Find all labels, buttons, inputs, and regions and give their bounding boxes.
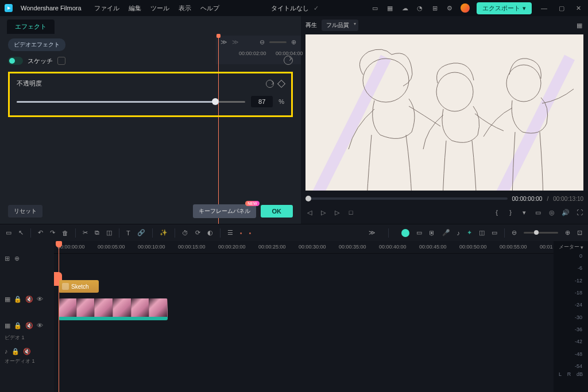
title-bar: Wondershare Filmora ファイル 編集 ツール 表示 ヘルプ タ… — [0, 0, 588, 16]
opacity-slider[interactable] — [17, 101, 245, 103]
menu-help[interactable]: ヘルプ — [200, 4, 219, 13]
ok-button[interactable]: OK — [261, 205, 293, 218]
prev-frame-icon[interactable]: ◁ — [305, 208, 314, 216]
chevron-down-icon[interactable]: ▾ — [520, 208, 528, 216]
total-time: 00:00:13:10 — [553, 196, 583, 202]
headphone-icon[interactable]: ◔ — [416, 4, 424, 12]
zoom-out-icon[interactable]: ⊖ — [512, 229, 517, 236]
current-time: 00:00:00:00 — [512, 196, 543, 202]
timeline-panel: ▭ ↖ ↶ ↷ 🗑 ✂ ⧉ ◫ T 🔗 ✨ ⏱ ⟳ ◐ ☰ • • ≫ ▭ ⛨ … — [0, 224, 588, 392]
zoom-fit-icon[interactable]: ⊡ — [577, 229, 582, 236]
crop-icon[interactable]: ⧉ — [95, 229, 99, 236]
dot1-icon[interactable]: • — [240, 230, 242, 236]
keyframe-diamond-icon[interactable] — [277, 79, 285, 87]
mark-in-icon[interactable]: { — [493, 208, 501, 216]
link-icon[interactable]: 🔗 — [137, 229, 145, 236]
apps-icon[interactable]: ⊞ — [431, 4, 439, 12]
stop-icon[interactable]: □ — [347, 208, 355, 216]
effect-preset-icon[interactable] — [57, 57, 65, 65]
opacity-value[interactable]: 87 — [251, 96, 273, 107]
audio-track-label: オーディオ 1 — [0, 358, 54, 365]
opacity-reset-icon[interactable] — [266, 80, 274, 88]
marker-icon[interactable]: ✦ — [467, 229, 472, 236]
wand-icon[interactable]: ✨ — [160, 229, 168, 236]
mini-zoom-in-icon[interactable]: ⊕ — [291, 38, 296, 46]
dot2-icon[interactable]: • — [249, 230, 252, 236]
mini-zoom-slider[interactable] — [269, 41, 287, 43]
timer-icon[interactable]: ⏱ — [182, 230, 188, 236]
zoom-slider[interactable] — [524, 232, 558, 234]
track-view1-icon[interactable]: ⊞ — [5, 255, 10, 263]
effect-toggle[interactable] — [8, 57, 23, 65]
track-view2-icon[interactable]: ⊕ — [14, 255, 20, 263]
playhead[interactable] — [59, 241, 59, 392]
keyframe-panel-button[interactable]: キーフレームパネル NEW — [193, 204, 256, 218]
monitor-icon[interactable]: ▭ — [371, 4, 379, 12]
color-icon[interactable]: ◐ — [207, 229, 213, 236]
fullscreen-icon[interactable]: ⛶ — [575, 208, 583, 216]
opacity-highlight: 不透明度 87 % — [8, 72, 293, 117]
effect-clip[interactable]: Sketch — [59, 280, 99, 293]
crop2-icon[interactable]: ◫ — [106, 229, 112, 236]
snapshot-icon[interactable]: ▦ — [575, 21, 583, 29]
display-icon[interactable]: ▭ — [534, 208, 542, 216]
speed-icon[interactable]: ⟳ — [195, 229, 200, 236]
mini-collapse-icon[interactable]: ≫ — [220, 38, 227, 46]
monitor2-icon[interactable]: ▭ — [492, 229, 497, 236]
mini-zoom-out-icon[interactable]: ⊖ — [260, 38, 265, 46]
zoom-in-icon[interactable]: ⊕ — [565, 229, 570, 236]
menu-tools[interactable]: ツール — [150, 4, 169, 13]
mini-expand-icon[interactable]: ≫ — [232, 38, 239, 46]
window-minimize[interactable]: — — [539, 5, 550, 11]
title-right: ▭ ▦ ☁ ◔ ⊞ ⚙ エクスポート▾ — ▢ ✕ — [371, 2, 583, 14]
main-menu: ファイル 編集 ツール 表示 ヘルプ — [94, 4, 219, 13]
ai-icon[interactable] — [401, 229, 409, 237]
expand2-icon[interactable]: ≫ — [369, 229, 376, 236]
mic-icon[interactable]: 🎤 — [442, 229, 450, 236]
snapshot2-icon[interactable]: ◎ — [548, 208, 556, 216]
mark-out-icon[interactable]: } — [506, 208, 514, 216]
menu-edit[interactable]: 編集 — [129, 4, 141, 13]
next-frame-icon[interactable]: ▷ — [333, 208, 341, 216]
effect-header: スケッチ — [8, 56, 293, 66]
adjust-icon[interactable]: ☰ — [227, 229, 233, 236]
delete-icon[interactable]: 🗑 — [62, 230, 68, 236]
effects-panel: エフェクト ビデオエフェクト ≫ ≫ ⊖ ⊕ 00:00:02:00 00:00… — [0, 16, 301, 224]
effect-reset-icon[interactable] — [284, 56, 293, 65]
tab-effects[interactable]: エフェクト — [7, 20, 55, 34]
undo-icon[interactable]: ↶ — [38, 229, 43, 236]
clip-icon[interactable]: ▭ — [6, 229, 11, 236]
window-close[interactable]: ✕ — [574, 5, 583, 12]
audio-meter: メーター▾ 0 -6 -12 -18 -24 -30 -36 -42 -48 -… — [554, 241, 588, 392]
menu-view[interactable]: 表示 — [179, 4, 191, 13]
preview-scrubber[interactable] — [305, 197, 508, 200]
audio-icon[interactable]: ♪ — [457, 230, 461, 236]
preview-viewport[interactable] — [305, 34, 583, 191]
avatar[interactable] — [461, 3, 470, 13]
chip-video-effects[interactable]: ビデオエフェクト — [8, 38, 65, 51]
video-clip[interactable] — [59, 298, 168, 318]
window-maximize[interactable]: ▢ — [556, 5, 567, 12]
quality-dropdown[interactable]: フル品質 — [322, 20, 358, 31]
play-icon[interactable]: ▷ — [319, 208, 327, 216]
grid-icon[interactable]: ◫ — [479, 229, 485, 236]
settings-icon[interactable]: ⚙ — [446, 4, 454, 12]
export-button[interactable]: エクスポート▾ — [477, 2, 532, 14]
audio-waveform[interactable] — [59, 317, 168, 320]
shield-icon[interactable]: ⛨ — [429, 230, 435, 236]
cloud-icon[interactable]: ☁ — [401, 4, 409, 12]
image-icon[interactable]: ▦ — [386, 4, 394, 12]
redo-icon[interactable]: ↷ — [50, 229, 55, 236]
fx-track-head[interactable]: ▦🔒🔇👁 — [0, 286, 54, 312]
volume-icon[interactable]: 🔊 — [562, 208, 570, 216]
video-track-label: ビデオ 1 — [0, 334, 54, 341]
film-icon[interactable]: ▭ — [416, 229, 422, 236]
text-icon[interactable]: T — [126, 230, 130, 236]
pointer-icon[interactable]: ↖ — [18, 229, 24, 236]
reset-button[interactable]: リセット — [8, 205, 42, 218]
opacity-label: 不透明度 — [17, 79, 42, 88]
timeline-ruler[interactable]: 00:00:00:00 00:00:05:00 00:00:10:00 00:0… — [54, 241, 554, 254]
menu-file[interactable]: ファイル — [94, 4, 119, 13]
timeline-tracks[interactable]: 00:00:00:00 00:00:05:00 00:00:10:00 00:0… — [54, 241, 554, 392]
cut-icon[interactable]: ✂ — [83, 229, 88, 236]
